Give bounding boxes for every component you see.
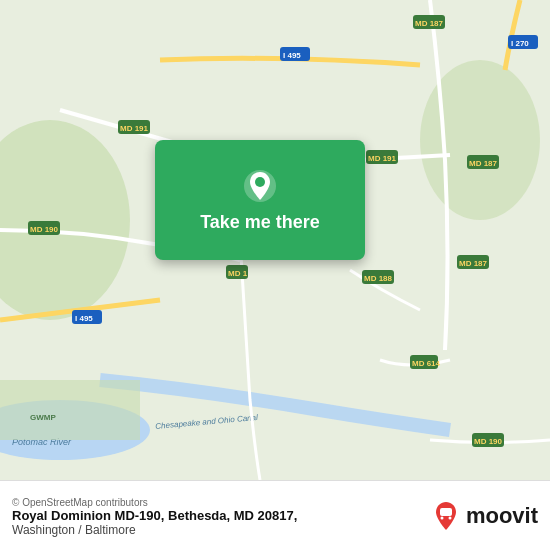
svg-text:MD 191: MD 191: [368, 154, 397, 163]
svg-text:I 495: I 495: [75, 314, 93, 323]
map-container: Potomac River Chesapeake and Ohio Canal …: [0, 0, 550, 480]
svg-rect-6: [0, 380, 140, 440]
svg-point-37: [440, 516, 443, 519]
svg-rect-36: [440, 508, 452, 516]
info-bar: © OpenStreetMap contributors Royal Domin…: [0, 480, 550, 550]
svg-text:MD 190: MD 190: [474, 437, 503, 446]
take-me-there-button[interactable]: Take me there: [155, 140, 365, 260]
city-text: Washington / Baltimore: [12, 523, 297, 537]
svg-text:MD 187: MD 187: [469, 159, 498, 168]
svg-text:MD 190: MD 190: [30, 225, 59, 234]
moovit-brand-icon: [430, 500, 462, 532]
copyright-text: © OpenStreetMap contributors: [12, 497, 297, 508]
svg-text:MD 188: MD 188: [364, 274, 393, 283]
location-pin-icon: [242, 168, 278, 204]
svg-point-35: [255, 177, 265, 187]
info-left: © OpenStreetMap contributors Royal Domin…: [12, 495, 297, 537]
moovit-brand-text: moovit: [466, 503, 538, 529]
svg-text:MD 191: MD 191: [120, 124, 149, 133]
svg-text:I 495: I 495: [283, 51, 301, 60]
svg-text:MD 187: MD 187: [415, 19, 444, 28]
cta-label: Take me there: [200, 212, 320, 233]
address-text: Royal Dominion MD-190, Bethesda, MD 2081…: [12, 508, 297, 523]
svg-text:MD 187: MD 187: [459, 259, 488, 268]
svg-text:MD 1: MD 1: [228, 269, 248, 278]
moovit-logo: moovit: [430, 500, 538, 532]
svg-text:GWMP: GWMP: [30, 413, 56, 422]
svg-text:MD 614: MD 614: [412, 359, 441, 368]
svg-point-38: [448, 516, 451, 519]
svg-text:I 270: I 270: [511, 39, 529, 48]
